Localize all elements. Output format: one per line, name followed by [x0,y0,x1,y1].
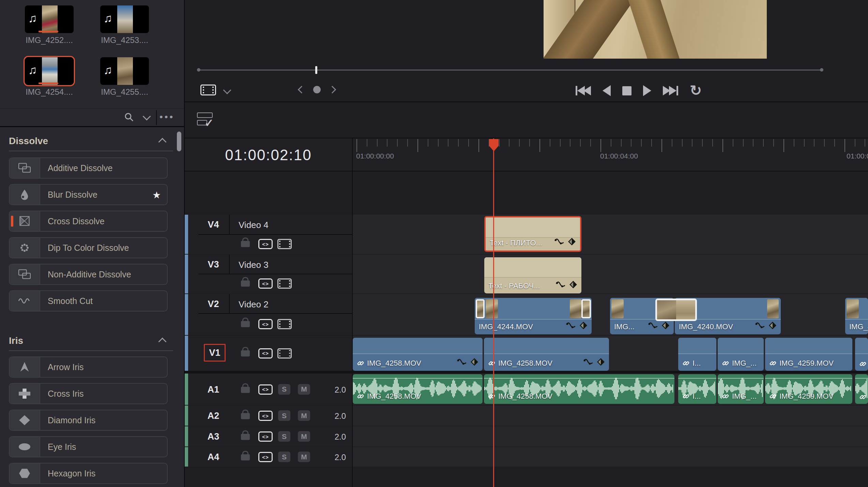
auto-select-button[interactable]: <> [258,319,273,329]
video-clip[interactable]: IMG_... [718,338,764,371]
track-frames-view-button[interactable] [277,278,292,289]
track-label-v3[interactable]: V3 [203,259,224,270]
clip-curve-icon[interactable] [554,238,564,247]
clip-curve-icon[interactable] [583,358,593,367]
track-lane-a4[interactable] [353,447,868,467]
clip-keyframe-icon[interactable] [568,238,576,247]
audio-clip[interactable]: I... [678,374,716,404]
video-clip[interactable]: IMG_4258.MOV [353,338,483,371]
effect-item-additive-dissolve[interactable]: Additive Dissolve [9,157,168,179]
loop-button[interactable]: ↻ [690,86,702,96]
marker-dot-icon[interactable] [313,86,321,93]
clip-curve-icon[interactable] [555,280,566,290]
stop-button[interactable] [622,86,631,95]
clip-curve-icon[interactable] [755,321,765,331]
mute-button[interactable]: M [298,384,310,395]
previous-marker-icon[interactable] [298,86,306,94]
track-label-a4[interactable]: A4 [203,452,224,462]
section-collapse-chevron-icon[interactable] [159,139,165,146]
search-icon[interactable] [123,111,134,124]
track-lane-v3[interactable] [353,255,868,293]
auto-select-button[interactable]: <> [258,348,273,359]
track-lane-a3[interactable] [353,426,868,446]
lock-track-icon[interactable] [241,387,250,393]
effect-item-cross-iris[interactable]: Cross Iris [9,383,168,404]
clip-curve-icon[interactable] [648,321,658,331]
auto-select-button[interactable]: <> [258,431,273,442]
go-to-end-button[interactable] [663,86,678,95]
solo-button[interactable]: S [278,452,290,462]
lock-track-icon[interactable] [241,321,250,327]
video-audio-divider[interactable] [185,371,868,374]
lock-track-icon[interactable] [241,350,250,356]
track-frames-view-button[interactable] [277,348,292,359]
audio-clip[interactable]: IMG_4259.MOV [765,374,852,404]
effect-item-dip-to-color-dissolve[interactable]: Dip To Color Dissolve [9,237,168,258]
auto-select-button[interactable]: <> [258,384,273,395]
track-lane-a2[interactable] [353,406,868,426]
auto-select-button[interactable]: <> [258,411,273,421]
video-clip[interactable]: IMG_4 [845,298,868,334]
audio-clip[interactable]: IMG_4258.MOV [484,374,674,404]
clip-keyframe-icon[interactable] [661,321,670,331]
track-label-a1[interactable]: A1 [203,384,224,395]
lock-track-icon[interactable] [241,434,250,440]
clip-keyframe-icon[interactable] [569,280,577,290]
effect-item-non-additive-dissolve[interactable]: Non-Additive Dissolve [9,264,168,285]
audio-clip[interactable] [855,374,868,404]
mute-button[interactable]: M [298,431,310,442]
clip-keyframe-icon[interactable] [470,358,478,367]
clip-keyframe-icon[interactable] [768,321,777,331]
track-label-a2[interactable]: A2 [203,411,224,421]
video-clip[interactable]: IMG_4258.MOV [484,338,609,371]
track-label-a3[interactable]: A3 [203,431,224,442]
search-options-chevron-icon[interactable] [142,112,151,120]
track-label-v1-selected[interactable]: V1 [204,344,226,362]
timeline-view-options-icon[interactable]: ✓ [197,112,216,128]
media-pool-clip[interactable]: ♫IMG_4252.... [25,5,74,33]
clip-view-mode-icon[interactable] [200,85,216,95]
view-mode-chevron-icon[interactable] [223,86,231,94]
track-label-v4[interactable]: V4 [203,219,224,230]
media-pool-clip[interactable]: ♫IMG_4255.... [100,57,149,85]
seek-playhead-handle[interactable] [315,66,317,74]
solo-button[interactable]: S [278,431,290,442]
auto-select-button[interactable]: <> [258,278,273,289]
solo-button[interactable]: S [278,384,290,395]
audio-clip[interactable]: IMG_4258.MOV [353,374,483,404]
clip-curve-icon[interactable] [457,358,467,367]
audio-clip[interactable]: IMG_... [718,374,764,404]
clip-curve-icon[interactable] [566,321,576,331]
video-clip[interactable] [855,338,868,371]
track-frames-view-button[interactable] [277,319,292,329]
go-to-start-button[interactable] [576,86,591,95]
effect-item-smooth-cut[interactable]: Smooth Cut [9,290,168,311]
solo-button[interactable]: S [278,410,290,421]
effect-item-cross-dissolve[interactable]: Cross Dissolve [9,211,168,232]
media-pool-clip[interactable]: ♫IMG_4253.... [100,5,149,33]
lock-track-icon[interactable] [241,454,250,460]
lock-track-icon[interactable] [241,241,250,247]
track-frames-view-button[interactable] [277,239,292,249]
video-clip[interactable]: IMG_4244.MOV [475,298,592,334]
effect-item-eye-iris[interactable]: Eye Iris [9,436,168,457]
effect-item-hexagon-iris[interactable]: Hexagon Iris [9,463,168,484]
lock-track-icon[interactable] [241,413,250,419]
mute-button[interactable]: M [298,452,310,462]
section-collapse-chevron-icon[interactable] [159,339,165,346]
effect-item-arrow-iris[interactable]: Arrow Iris [9,356,168,378]
transition-indicator[interactable] [655,299,697,321]
effect-item-diamond-iris[interactable]: Diamond Iris [9,410,168,431]
next-marker-icon[interactable] [329,86,336,94]
effects-scrollbar[interactable] [177,132,181,151]
track-lane-v4[interactable] [353,215,868,254]
viewer-seek-bar[interactable] [199,70,822,71]
title-clip[interactable]: Text - РАБОЧ... [484,257,581,293]
mute-button[interactable]: M [298,410,310,421]
title-clip[interactable]: Text - ПЛИТО... [484,216,581,252]
clip-keyframe-icon[interactable] [579,321,588,331]
track-label-v2[interactable]: V2 [203,299,224,309]
effect-item-blur-dissolve[interactable]: Blur Dissolve★ [9,184,168,205]
video-clip[interactable]: IMG_4259.MOV [765,338,852,371]
play-reverse-button[interactable] [603,85,611,96]
